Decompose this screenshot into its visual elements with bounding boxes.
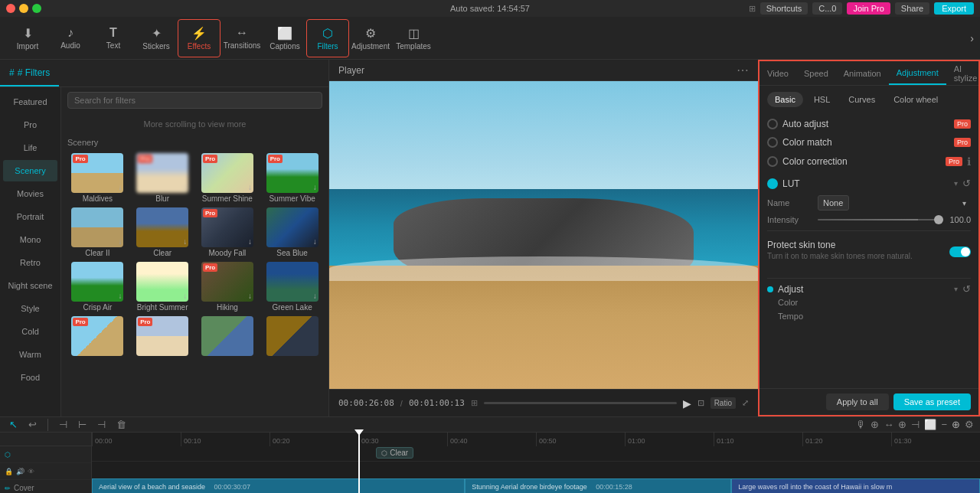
zoom-out-icon[interactable]: − bbox=[941, 419, 947, 430]
undo-tool[interactable]: ↩ bbox=[25, 417, 40, 432]
toolbar-filters[interactable]: ⬡ Filters bbox=[306, 19, 349, 57]
trim-end-tool[interactable]: ⊣ bbox=[94, 417, 109, 432]
filter-item-crisp[interactable]: ↓ Crisp Air bbox=[67, 262, 128, 312]
trim-start-tool[interactable]: ⊢ bbox=[75, 417, 90, 432]
filter-item-clear[interactable]: ↓ Clear bbox=[132, 207, 193, 257]
lut-select[interactable]: None bbox=[818, 195, 849, 211]
sidebar-item-warm[interactable]: Warm bbox=[3, 344, 57, 365]
sidebar-item-featured[interactable]: Featured bbox=[3, 91, 57, 113]
maximize-button[interactable] bbox=[32, 4, 41, 13]
save-as-preset-button[interactable]: Save as preset bbox=[893, 393, 971, 410]
play-button[interactable]: ▶ bbox=[683, 397, 691, 410]
filter-item-p1[interactable]: Pro bbox=[67, 316, 128, 358]
edit-cover-icon[interactable]: ✏ bbox=[5, 485, 11, 492]
toolbar-captions[interactable]: ⬜ Captions bbox=[263, 19, 306, 57]
filter-item-p2[interactable]: Pro bbox=[132, 316, 193, 358]
sub-tab-basic[interactable]: Basic bbox=[767, 92, 803, 107]
filter-search-input[interactable] bbox=[67, 92, 322, 109]
lut-checkbox[interactable] bbox=[767, 178, 778, 189]
sub-tab-curves[interactable]: Curves bbox=[841, 92, 883, 107]
video-segment-2[interactable]: Stunning Aerial drone birdeye footage 00… bbox=[465, 478, 731, 493]
toolbar-text[interactable]: T Text bbox=[92, 19, 135, 57]
fullscreen-icon[interactable]: ⊡ bbox=[697, 398, 704, 408]
filter-item-moody[interactable]: Pro ↓ Moody Fall bbox=[198, 207, 258, 257]
player-menu-icon[interactable]: ⋯ bbox=[737, 63, 749, 77]
sidebar-item-pro[interactable]: Pro bbox=[3, 114, 57, 135]
aspect-ratio-button[interactable]: Ratio bbox=[710, 397, 736, 409]
tab-video[interactable]: Video bbox=[760, 61, 796, 85]
adjust-expand-icon[interactable]: ▾ bbox=[954, 285, 958, 293]
sidebar-item-movies[interactable]: Movies bbox=[3, 183, 57, 204]
sidebar-item-night-scene[interactable]: Night scene bbox=[3, 275, 57, 296]
color-correction-info-icon[interactable]: ℹ bbox=[967, 155, 971, 168]
join-pro-button[interactable]: Join Pro bbox=[847, 2, 890, 15]
toolbar-adjustment[interactable]: ⚙ Adjustment bbox=[349, 19, 392, 57]
filter-item-hiking[interactable]: Pro ↓ Hiking bbox=[198, 262, 258, 312]
playhead[interactable] bbox=[358, 433, 360, 493]
sub-tab-color-wheel[interactable]: Color wheel bbox=[886, 92, 946, 107]
filter-item-clear2[interactable]: ↓ Clear II bbox=[67, 207, 128, 257]
add-track-icon[interactable]: ⊕ bbox=[871, 419, 879, 430]
split-icon2[interactable]: ⊣ bbox=[911, 419, 920, 430]
toolbar-audio[interactable]: ♪ Audio bbox=[49, 19, 92, 57]
record-icon[interactable]: 🎙 bbox=[856, 419, 866, 430]
color-match-checkbox[interactable] bbox=[767, 137, 778, 148]
lut-refresh-icon[interactable]: ↺ bbox=[962, 178, 971, 189]
filter-item-blur[interactable]: Pro ↓ Blur bbox=[132, 153, 193, 203]
sidebar-item-scenery[interactable]: Scenery bbox=[3, 160, 57, 181]
filter-item-summer-vibe[interactable]: Pro ↓ Summer Vibe bbox=[262, 153, 322, 203]
protect-skin-toggle[interactable] bbox=[949, 246, 971, 257]
close-button[interactable] bbox=[6, 4, 15, 13]
adjust-refresh-icon[interactable]: ↺ bbox=[962, 283, 971, 295]
export-button[interactable]: Export bbox=[934, 2, 974, 15]
filter-item-maldives[interactable]: Pro ↓ Maldives bbox=[67, 153, 128, 203]
minimize-button[interactable] bbox=[19, 4, 28, 13]
profile-button[interactable]: C...0 bbox=[812, 2, 842, 15]
filter-item-p3[interactable] bbox=[198, 316, 258, 358]
expand-icon[interactable]: ⤢ bbox=[742, 398, 749, 408]
filter-item-bright-summer[interactable]: ↓ Bright Summer bbox=[132, 262, 193, 312]
transition-icon[interactable]: ↔ bbox=[884, 419, 893, 430]
delete-tool[interactable]: 🗑 bbox=[113, 417, 129, 432]
settings-icon[interactable]: ⚙ bbox=[965, 419, 974, 430]
apply-to-all-button[interactable]: Apply to all bbox=[826, 393, 889, 410]
sidebar-item-mono[interactable]: Mono bbox=[3, 229, 57, 250]
sidebar-item-cold[interactable]: Cold bbox=[3, 321, 57, 342]
toolbar-effects[interactable]: ⚡ Effects bbox=[178, 19, 220, 57]
filter-item-green-lake[interactable]: ↓ Green Lake bbox=[262, 262, 322, 312]
caption-icon[interactable]: ⬜ bbox=[924, 419, 936, 430]
sidebar-item-style[interactable]: Style bbox=[3, 298, 57, 319]
toolbar-transitions[interactable]: ↔ Transitions bbox=[220, 19, 263, 57]
split-tool[interactable]: ⊣ bbox=[56, 417, 70, 432]
toolbar-stickers[interactable]: ✦ Stickers bbox=[135, 19, 178, 57]
auto-adjust-checkbox[interactable] bbox=[767, 119, 778, 129]
lut-expand-icon[interactable]: ▾ bbox=[954, 179, 958, 188]
toolbar-expand[interactable]: › bbox=[970, 32, 974, 44]
shortcuts-button[interactable]: Shortcuts bbox=[760, 2, 808, 15]
add-media-icon[interactable]: ⊕ bbox=[898, 419, 906, 430]
toolbar-import[interactable]: ⬇ Import bbox=[6, 19, 49, 57]
filter-item-sea-blue[interactable]: ↓ Sea Blue bbox=[262, 207, 322, 257]
timeline-grid-icon: ⊞ bbox=[471, 398, 478, 408]
share-button[interactable]: Share bbox=[895, 2, 929, 15]
tab-animation[interactable]: Animation bbox=[836, 61, 889, 85]
video-segment-3[interactable]: Large waves roll into the coast of Hawai… bbox=[731, 478, 980, 493]
filter-item-summer-shine[interactable]: Pro ↓ Summer Shine bbox=[198, 153, 258, 203]
sidebar-item-retro[interactable]: Retro bbox=[3, 252, 57, 273]
zoom-in-icon[interactable]: ⊕ bbox=[952, 419, 960, 430]
sidebar-item-food[interactable]: Food bbox=[3, 367, 57, 388]
progress-bar[interactable] bbox=[484, 402, 677, 404]
tab-speed[interactable]: Speed bbox=[796, 61, 836, 85]
toolbar-templates[interactable]: ◫ Templates bbox=[392, 19, 435, 57]
filter-item-p4[interactable] bbox=[262, 316, 322, 358]
sidebar-item-portrait[interactable]: Portrait bbox=[3, 206, 57, 227]
intensity-slider[interactable] bbox=[818, 219, 943, 220]
tab-adjustment[interactable]: Adjustment bbox=[889, 61, 946, 85]
sidebar-item-life[interactable]: Life bbox=[3, 137, 57, 158]
filter-tab-filters[interactable]: # # Filters bbox=[0, 60, 59, 87]
cursor-tool[interactable]: ↖ bbox=[6, 417, 21, 432]
sub-tab-hsl[interactable]: HSL bbox=[806, 92, 838, 107]
color-correction-checkbox[interactable] bbox=[767, 156, 778, 167]
tab-ai-stylize[interactable]: AI stylize bbox=[946, 61, 980, 85]
video-segment-1[interactable]: Aerial view of a beach and seaside 00:00… bbox=[92, 478, 465, 493]
